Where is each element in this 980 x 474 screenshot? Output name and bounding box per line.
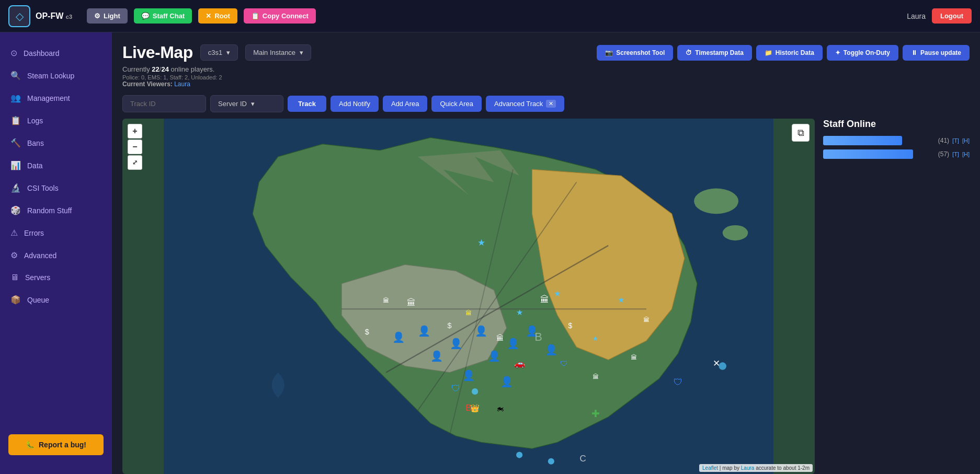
svg-text:✚: ✚ bbox=[591, 408, 600, 419]
svg-text:🏛: 🏛 bbox=[465, 309, 472, 317]
staff-tag-t-2: [T] bbox=[952, 151, 959, 157]
svg-text:$: $ bbox=[568, 321, 572, 330]
quick-area-button[interactable]: Quick Area bbox=[431, 96, 482, 112]
svg-text:👤: 👤 bbox=[392, 331, 405, 343]
historic-data-button[interactable]: 📁 Historic Data bbox=[756, 45, 823, 61]
server-id-dropdown[interactable]: Server ID ▾ bbox=[210, 95, 283, 112]
toggle-duty-button[interactable]: ✦ Toggle On-Duty bbox=[827, 45, 898, 61]
total-count: 24 bbox=[161, 65, 168, 73]
svg-text:🏛: 🏛 bbox=[383, 297, 389, 304]
staff-bar-container-2 bbox=[823, 149, 933, 159]
sidebar-item-label: Logs bbox=[27, 117, 43, 125]
svg-text:✕: ✕ bbox=[713, 359, 720, 368]
report-bug-button[interactable]: 🐛 Report a bug! bbox=[8, 434, 104, 455]
instance-dropdown[interactable]: Main Instance ▾ bbox=[245, 44, 311, 61]
svg-text:🏛: 🏛 bbox=[631, 354, 637, 361]
zoom-out-button[interactable]: − bbox=[128, 140, 142, 154]
map-layers-button[interactable]: ⧉ bbox=[792, 124, 810, 142]
staff-bar-container-1 bbox=[823, 136, 933, 145]
sidebar-item-management[interactable]: 👥 Management bbox=[0, 88, 112, 108]
svg-text:🏍: 🏍 bbox=[496, 404, 504, 412]
author-link[interactable]: Laura bbox=[741, 465, 755, 471]
topbar-right: Laura Logout bbox=[907, 8, 972, 24]
svg-point-37 bbox=[548, 458, 554, 465]
svg-text:🛡: 🛡 bbox=[674, 377, 682, 387]
timestamp-data-button[interactable]: ⏱ Timestamp Data bbox=[677, 45, 751, 61]
svg-text:$: $ bbox=[365, 328, 369, 336]
logs-icon: 📋 bbox=[10, 115, 21, 125]
app-name-text: OP-FW bbox=[36, 11, 63, 20]
staff-tag-t-1: [T] bbox=[952, 137, 959, 144]
folder-icon: 📁 bbox=[765, 49, 772, 56]
svg-text:👤: 👤 bbox=[430, 350, 443, 362]
sidebar-item-label: Data bbox=[27, 161, 43, 170]
track-id-input[interactable] bbox=[122, 95, 206, 112]
sidebar-item-label: CSI Tools bbox=[27, 184, 59, 192]
svg-text:$: $ bbox=[448, 321, 452, 330]
copy-connect-button[interactable]: 📋 Copy Connect bbox=[244, 8, 316, 24]
screenshot-tool-button[interactable]: 📷 Screenshot Tool bbox=[597, 45, 673, 61]
leaflet-link[interactable]: Leaflet bbox=[702, 465, 718, 471]
content-area: Live-Map c3s1 ▾ Main Instance ▾ 📷 Screen… bbox=[112, 32, 980, 474]
zoom-in-button[interactable]: + bbox=[128, 124, 142, 138]
sidebar-item-advanced[interactable]: ⚙ Advanced bbox=[0, 245, 112, 265]
root-button[interactable]: ✕ Root bbox=[198, 8, 237, 24]
staff-chat-button[interactable]: 💬 Staff Chat bbox=[134, 8, 192, 24]
sidebar-item-steam-lookup[interactable]: 🔍 Steam Lookup bbox=[0, 65, 112, 86]
current-viewer-link[interactable]: Laura bbox=[174, 80, 190, 88]
gear-icon: ⚙ bbox=[94, 12, 100, 20]
app-version: c3 bbox=[66, 14, 72, 20]
attribution-text: | map by bbox=[720, 465, 739, 471]
screenshot-tool-label: Screenshot Tool bbox=[616, 49, 665, 56]
add-notify-button[interactable]: Add Notify bbox=[331, 96, 379, 112]
close-icon[interactable]: ✕ bbox=[546, 100, 556, 108]
svg-text:👤: 👤 bbox=[507, 338, 520, 350]
fullscreen-button[interactable]: ⤢ bbox=[128, 155, 142, 170]
copy-connect-label: Copy Connect bbox=[263, 12, 309, 20]
sidebar-item-csi-tools[interactable]: 🔬 CSI Tools bbox=[0, 178, 112, 198]
svg-text:👤: 👤 bbox=[488, 350, 501, 362]
user-name: Laura bbox=[907, 12, 926, 20]
map-area: 🏛 $ 🏛 🏛 🏛 $ 👤 👤 👤 👤 👤 👤 👤 👤 👤 bbox=[122, 119, 970, 474]
add-area-button[interactable]: Add Area bbox=[383, 96, 428, 112]
search-icon: 🔍 bbox=[10, 71, 21, 80]
page-title: Live-Map bbox=[122, 43, 193, 62]
staff-bar-1 bbox=[823, 136, 902, 145]
svg-point-35 bbox=[472, 388, 478, 395]
svg-text:🏛: 🏛 bbox=[540, 294, 549, 305]
online-status: Currently 22/24 online players. bbox=[122, 65, 970, 73]
sidebar-item-bans[interactable]: 🔨 Bans bbox=[0, 133, 112, 153]
viewers-text: Current Viewers: Laura bbox=[122, 80, 970, 88]
light-label: Light bbox=[104, 12, 120, 20]
server-id-label: Server ID bbox=[218, 100, 247, 108]
svg-text:👤: 👤 bbox=[545, 344, 558, 356]
svg-text:👤: 👤 bbox=[462, 369, 475, 381]
staff-chat-label: Staff Chat bbox=[153, 12, 185, 20]
csi-icon: 🔬 bbox=[10, 183, 21, 193]
instance-selector[interactable]: c3s1 ▾ bbox=[200, 44, 238, 61]
sidebar-item-random-stuff[interactable]: 🎲 Random Stuff bbox=[0, 200, 112, 221]
sidebar-item-label: Servers bbox=[25, 273, 50, 282]
queue-icon: 📦 bbox=[10, 295, 21, 305]
map-container[interactable]: 🏛 $ 🏛 🏛 🏛 $ 👤 👤 👤 👤 👤 👤 👤 👤 👤 bbox=[122, 119, 815, 474]
advanced-track-button[interactable]: Advanced Track ✕ bbox=[486, 96, 564, 112]
svg-text:B: B bbox=[534, 330, 542, 343]
advanced-icon: ⚙ bbox=[10, 250, 18, 260]
sidebar-item-data[interactable]: 📊 Data bbox=[0, 155, 112, 176]
sidebar-item-servers[interactable]: 🖥 Servers bbox=[0, 268, 112, 287]
pause-update-button[interactable]: ⏸ Pause update bbox=[903, 45, 970, 61]
track-button[interactable]: Track bbox=[288, 96, 326, 112]
sidebar-item-logs[interactable]: 📋 Logs bbox=[0, 110, 112, 131]
toggle-duty-label: Toggle On-Duty bbox=[844, 49, 890, 56]
svg-text:🛡: 🛡 bbox=[451, 384, 460, 394]
bans-icon: 🔨 bbox=[10, 138, 21, 148]
light-button[interactable]: ⚙ Light bbox=[87, 8, 128, 24]
pause-icon: ⏸ bbox=[911, 49, 917, 56]
sidebar-item-dashboard[interactable]: ⊙ Dashboard bbox=[0, 43, 112, 63]
staff-panel-title: Staff Online bbox=[823, 119, 970, 130]
sidebar-item-errors[interactable]: ⚠ Errors bbox=[0, 223, 112, 243]
sidebar: ⊙ Dashboard 🔍 Steam Lookup 👥 Management … bbox=[0, 32, 112, 474]
logout-button[interactable]: Logout bbox=[932, 8, 972, 24]
staff-tag-h-1: [H] bbox=[962, 137, 970, 144]
sidebar-item-queue[interactable]: 📦 Queue bbox=[0, 290, 112, 310]
